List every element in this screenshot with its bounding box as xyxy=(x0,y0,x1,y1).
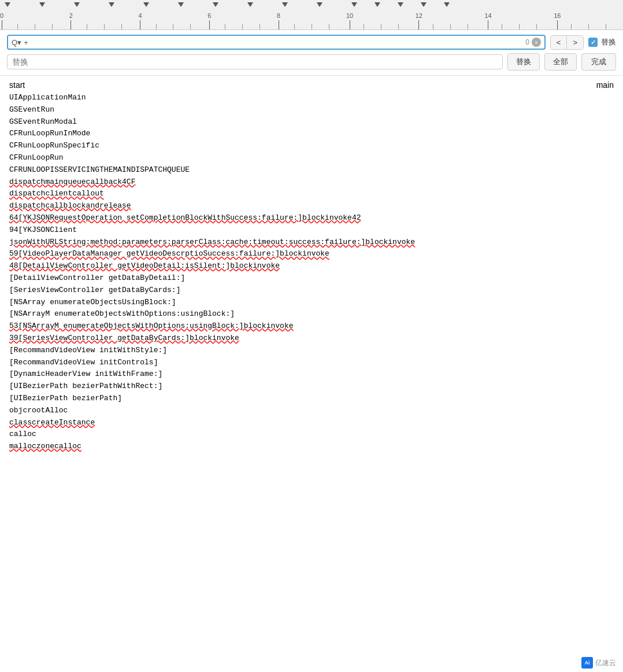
code-line: calloc xyxy=(9,429,614,441)
ruler-minor-tick xyxy=(294,24,295,29)
search-input-wrapper: Q▾ + 0 × xyxy=(7,35,546,50)
replace-all-button[interactable]: 全部 xyxy=(544,53,577,71)
search-input[interactable] xyxy=(31,38,523,47)
code-line: CFRunLoopRunInMode xyxy=(9,128,614,140)
ruler-minor-tick xyxy=(17,24,18,29)
code-line: [SeriesViewController getDataByCards:] xyxy=(9,285,614,297)
code-line: 53[NSArrayM enumerateObjectsWithOptions:… xyxy=(9,320,614,333)
nav-buttons: < > xyxy=(550,35,584,50)
code-line: dispatchmainqueuecallback4CF xyxy=(9,176,614,189)
ruler-minor-tick xyxy=(312,24,312,29)
ruler-minor-tick xyxy=(606,24,606,29)
search-area: Q▾ + 0 × < > 替换 替换 全部 完成 xyxy=(0,30,623,76)
code-header: start main xyxy=(9,80,614,90)
ruler-minor-tick xyxy=(121,24,122,29)
code-line: 59[VideoPlayerDataManager getVideoDescrp… xyxy=(9,248,614,260)
code-line: [DynamicHeaderView initWithFrame:] xyxy=(9,368,614,381)
ruler-arrow xyxy=(444,2,450,7)
ruler-minor-tick xyxy=(433,24,433,29)
ruler-arrow xyxy=(317,2,322,7)
replace-checkbox[interactable] xyxy=(588,38,598,47)
code-line: dispatchcallblockandrelease xyxy=(9,200,614,212)
code-line: jsonWithURLString:method:parameters:pars… xyxy=(9,237,614,249)
ruler-arrow xyxy=(247,2,253,7)
replace-button[interactable]: 替换 xyxy=(507,53,540,71)
ruler-tick: 0 xyxy=(0,12,3,29)
col-start-label: start xyxy=(9,80,25,90)
search-clear-button[interactable]: × xyxy=(532,38,541,47)
code-line: 94[YKJSONClient xyxy=(9,224,614,237)
code-line-underlined: jsonWithURLString:method:parameters:pars… xyxy=(9,238,415,246)
code-line-underlined: malloczonecalloc xyxy=(9,442,81,451)
ruler-tick: 10 xyxy=(346,12,353,29)
ruler-minor-tick xyxy=(87,24,87,29)
replace-input-wrapper xyxy=(7,54,503,69)
code-area: start main UIApplicationMainGSEventRunGS… xyxy=(0,76,623,457)
code-line: [RecommandVideoView initWithStyle:] xyxy=(9,345,614,357)
ruler-minor-tick xyxy=(571,24,572,29)
code-line: [RecommandVideoView initControls] xyxy=(9,357,614,369)
ruler-arrow xyxy=(213,2,218,7)
ruler-minor-tick xyxy=(450,24,451,29)
code-line-underlined: 39[SeriesViewController getDataByCards:]… xyxy=(9,334,239,342)
code-line-underlined: 64[YKJSONRequestOperation setCompletionB… xyxy=(9,213,361,222)
ruler-arrow xyxy=(351,2,357,7)
ruler-minor-tick xyxy=(242,24,243,29)
ruler-tick: 2 xyxy=(69,12,73,29)
replace-toggle[interactable]: 替换 xyxy=(588,37,616,47)
code-line-underlined: 59[VideoPlayerDataManager getVideoDescrp… xyxy=(9,249,329,258)
code-line: 39[SeriesViewController getDataByCards:]… xyxy=(9,333,614,345)
code-line: [DetailViewController getDataByDetail:] xyxy=(9,272,614,285)
code-line: CFRunLoopRun xyxy=(9,152,614,164)
ruler-minor-tick xyxy=(588,24,589,29)
search-plus: + xyxy=(24,38,28,47)
ruler-minor-tick xyxy=(35,24,35,29)
ruler-arrow xyxy=(5,2,10,7)
ruler-arrow xyxy=(143,2,149,7)
ruler-tick: 12 xyxy=(416,12,422,29)
ruler-arrow xyxy=(74,2,80,7)
replace-toggle-label: 替换 xyxy=(601,37,616,47)
ruler-minor-tick xyxy=(364,24,364,29)
search-count: 0 xyxy=(525,38,529,46)
code-line-underlined: dispatchcallblockandrelease xyxy=(9,201,131,210)
code-line: UIApplicationMain xyxy=(9,92,614,104)
search-prefix: Q▾ xyxy=(12,38,21,47)
done-button[interactable]: 完成 xyxy=(581,53,616,71)
code-line: 64[YKJSONRequestOperation setCompletionB… xyxy=(9,212,614,224)
ruler-minor-tick xyxy=(52,24,53,29)
ruler-tick: 16 xyxy=(554,12,561,29)
code-line: CFRUNLOOPISSERVICINGTHEMAINDISPATCHQUEUE xyxy=(9,164,614,176)
code-line-underlined: 48[DetailViewController getVideoDetail:i… xyxy=(9,261,280,270)
code-line-underlined: dispatchmainqueuecallback4CF xyxy=(9,178,135,186)
replace-input[interactable] xyxy=(12,57,498,67)
ruler-minor-tick xyxy=(398,24,399,29)
ruler-minor-tick xyxy=(225,24,225,29)
code-lines: UIApplicationMainGSEventRunGSEventRunMod… xyxy=(9,92,614,453)
code-line: CFRunLoopRunSpecific xyxy=(9,140,614,152)
ruler-minor-tick xyxy=(468,24,468,29)
code-line: [UIBezierPath bezierPath] xyxy=(9,393,614,405)
ruler-minor-tick xyxy=(156,24,157,29)
ruler-arrow xyxy=(421,2,427,7)
code-line-underlined: classcreateInstance xyxy=(9,418,95,427)
ruler-minor-tick xyxy=(190,24,191,29)
ruler-arrow xyxy=(39,2,45,7)
ruler: 024681012141618 xyxy=(0,0,623,30)
ruler-tick: 4 xyxy=(139,12,142,29)
ruler-minor-tick xyxy=(502,24,502,29)
nav-prev-button[interactable]: < xyxy=(551,36,568,49)
ruler-arrow xyxy=(398,2,403,7)
bottom-bar: Ai 亿速云 xyxy=(574,653,623,672)
code-line: classcreateInstance xyxy=(9,417,614,429)
col-main-label: main xyxy=(596,80,614,90)
ruler-tick: 14 xyxy=(484,12,491,29)
code-line-underlined: 53[NSArrayM enumerateObjectsWithOptions:… xyxy=(9,322,293,330)
ruler-minor-tick xyxy=(104,24,105,29)
brand-name: 亿速云 xyxy=(595,658,616,668)
ruler-tick: 8 xyxy=(277,12,280,29)
code-line: GSEventRun xyxy=(9,104,614,116)
ruler-minor-tick xyxy=(381,24,381,29)
nav-next-button[interactable]: > xyxy=(567,36,583,49)
ruler-arrow xyxy=(374,2,380,7)
